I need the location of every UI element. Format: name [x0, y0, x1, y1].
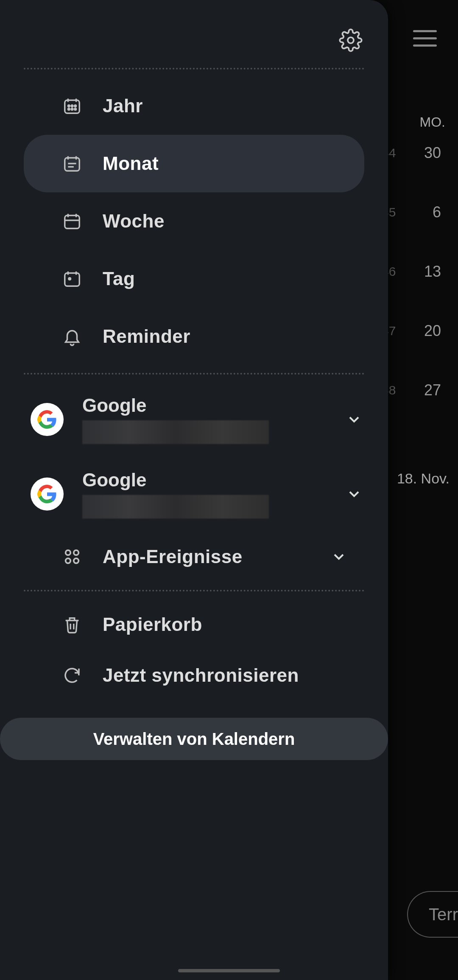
sync-icon	[62, 665, 82, 686]
svg-point-15	[74, 558, 79, 564]
chevron-down-icon[interactable]	[346, 486, 363, 502]
app-events-label: App-Ereignisse	[103, 546, 310, 567]
svg-point-11	[69, 278, 71, 280]
manage-calendars-label: Verwalten von Kalendern	[93, 730, 295, 749]
accounts-section: Google Google	[0, 375, 388, 590]
bell-icon	[62, 327, 82, 346]
account-row[interactable]: Google	[0, 457, 388, 531]
view-week-label: Woche	[103, 211, 347, 232]
home-indicator	[178, 969, 280, 972]
navigation-drawer: Jahr Monat Woche	[0, 0, 388, 980]
view-reminder[interactable]: Reminder	[24, 308, 364, 365]
calendar-month-icon	[62, 154, 82, 173]
calendar-day-icon	[62, 269, 82, 289]
view-month[interactable]: Monat	[24, 135, 364, 192]
account-provider-label: Google	[82, 469, 327, 491]
calendar-year-icon	[62, 96, 82, 116]
account-text: Google	[82, 469, 327, 519]
actions-section: Papierkorb Jetzt synchronisieren Verwalt…	[0, 591, 388, 768]
partial-fab-label: Terr	[429, 905, 458, 924]
hamburger-icon[interactable]	[413, 30, 437, 47]
view-reminder-label: Reminder	[103, 326, 347, 347]
trash-row[interactable]: Papierkorb	[24, 599, 364, 650]
partial-fab-button[interactable]: Terr	[407, 891, 458, 938]
view-year[interactable]: Jahr	[24, 77, 364, 135]
google-account-icon	[31, 478, 64, 511]
account-row[interactable]: Google	[0, 382, 388, 457]
apps-icon	[62, 547, 82, 566]
svg-rect-9	[65, 216, 80, 229]
chevron-down-icon[interactable]	[346, 411, 363, 428]
svg-point-6	[71, 108, 73, 110]
svg-point-4	[75, 105, 76, 107]
view-day-label: Tag	[103, 268, 347, 289]
svg-point-5	[68, 108, 70, 110]
view-month-label: Monat	[103, 153, 347, 174]
sync-now-label: Jetzt synchronisieren	[103, 665, 347, 686]
svg-point-2	[68, 105, 70, 107]
manage-calendars-button[interactable]: Verwalten von Kalendern	[0, 718, 388, 760]
svg-point-0	[348, 37, 354, 43]
google-account-icon	[31, 403, 64, 436]
account-email-redacted	[82, 495, 269, 519]
calendar-week-icon	[62, 211, 82, 231]
svg-point-7	[75, 108, 76, 110]
account-text: Google	[82, 395, 327, 444]
chevron-down-icon[interactable]	[330, 548, 347, 565]
drawer-header	[0, 13, 388, 68]
settings-icon[interactable]	[339, 28, 363, 52]
view-week[interactable]: Woche	[24, 192, 364, 250]
svg-point-3	[71, 105, 73, 107]
account-provider-label: Google	[82, 395, 327, 416]
svg-point-13	[74, 550, 79, 555]
svg-rect-10	[65, 273, 80, 286]
weekday-label: MO.	[420, 114, 445, 130]
svg-rect-8	[65, 158, 80, 171]
app-events-row[interactable]: App-Ereignisse	[24, 531, 364, 582]
view-year-label: Jahr	[103, 95, 347, 117]
svg-point-12	[66, 550, 71, 555]
svg-point-14	[66, 558, 71, 564]
account-email-redacted	[82, 420, 269, 444]
view-switcher-section: Jahr Monat Woche	[0, 69, 388, 373]
trash-icon	[62, 615, 82, 634]
view-day[interactable]: Tag	[24, 250, 364, 308]
visible-date-label: 18. Nov.	[397, 470, 450, 487]
sync-now-row[interactable]: Jetzt synchronisieren	[24, 650, 364, 701]
trash-label: Papierkorb	[103, 614, 347, 635]
